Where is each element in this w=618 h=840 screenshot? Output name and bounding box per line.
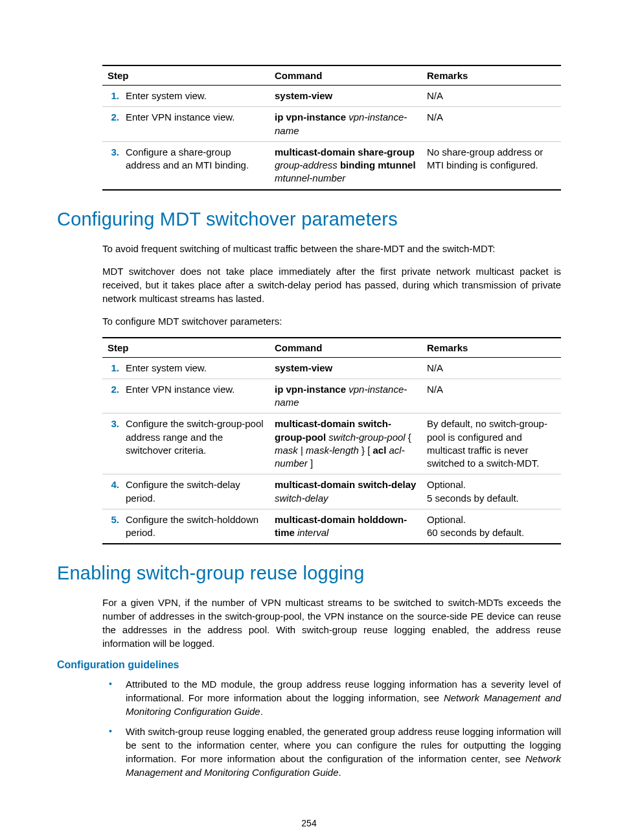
table-row: 1. Enter system view. system-view N/A: [102, 357, 561, 379]
th-step: Step: [102, 65, 269, 86]
step-number: 5.: [102, 509, 120, 544]
step-number: 2.: [102, 379, 120, 414]
remarks-cell: By default, no switch-group-pool is conf…: [422, 414, 561, 474]
paragraph: For a given VPN, if the number of VPN mu…: [102, 596, 561, 650]
table-row: 2. Enter VPN instance view. ip vpn-insta…: [102, 107, 561, 142]
table-mdt-switchover: Step Command Remarks 1. Enter system vie…: [102, 337, 561, 545]
step-number: 4.: [102, 474, 120, 509]
heading-switch-group-logging: Enabling switch-group reuse logging: [57, 563, 561, 584]
step-desc: Configure a share-group address and an M…: [120, 141, 269, 189]
command-cell: system-view: [269, 357, 422, 379]
step-number: 2.: [102, 107, 120, 142]
heading-mdt-switchover: Configuring MDT switchover parameters: [57, 209, 561, 230]
command-cell: ip vpn-instance vpn-instance-name: [269, 379, 422, 414]
remarks-cell: N/A: [422, 86, 561, 107]
command-cell: multicast-domain holddown-time interval: [269, 509, 422, 544]
table-row: 4. Configure the switch-delay period. mu…: [102, 474, 561, 509]
list-item: With switch-group reuse logging enabled,…: [102, 725, 561, 779]
remarks-cell: N/A: [422, 379, 561, 414]
command-cell: system-view: [269, 86, 422, 107]
step-number: 3.: [102, 141, 120, 189]
remarks-cell: N/A: [422, 357, 561, 379]
command-cell: ip vpn-instance vpn-instance-name: [269, 107, 422, 142]
list-item: Attributed to the MD module, the group a…: [102, 677, 561, 718]
table-share-group: Step Command Remarks 1. Enter system vie…: [102, 65, 561, 191]
th-remarks: Remarks: [422, 338, 561, 358]
th-command: Command: [269, 65, 422, 86]
step-desc: Enter VPN instance view.: [120, 379, 269, 414]
step-desc: Enter VPN instance view.: [120, 107, 269, 142]
table-row: 3. Configure a share-group address and a…: [102, 141, 561, 189]
command-cell: multicast-domain switch-delay switch-del…: [269, 474, 422, 509]
step-number: 1.: [102, 86, 120, 107]
command-cell: multicast-domain switch-group-pool switc…: [269, 414, 422, 474]
table-row: 2. Enter VPN instance view. ip vpn-insta…: [102, 379, 561, 414]
remarks-cell: N/A: [422, 107, 561, 142]
table-row: 3. Configure the switch-group-pool addre…: [102, 414, 561, 474]
command-cell: multicast-domain share-group group-addre…: [269, 141, 422, 189]
paragraph: MDT switchover does not take place immed…: [102, 264, 561, 305]
remarks-cell: No share-group address or MTI binding is…: [422, 141, 561, 189]
th-command: Command: [269, 338, 422, 358]
bullet-list: Attributed to the MD module, the group a…: [102, 677, 561, 779]
step-desc: Enter system view.: [120, 86, 269, 107]
step-desc: Enter system view.: [120, 357, 269, 379]
th-remarks: Remarks: [422, 65, 561, 86]
page-number: 254: [57, 818, 561, 828]
paragraph: To avoid frequent switching of multicast…: [102, 242, 561, 255]
step-desc: Configure the switch-holddown period.: [120, 509, 269, 544]
table-row: 5. Configure the switch-holddown period.…: [102, 509, 561, 544]
step-number: 3.: [102, 414, 120, 474]
paragraph: To configure MDT switchover parameters:: [102, 314, 561, 328]
remarks-cell: Optional.60 seconds by default.: [422, 509, 561, 544]
remarks-cell: Optional.5 seconds by default.: [422, 474, 561, 509]
th-step: Step: [102, 338, 269, 358]
step-desc: Configure the switch-delay period.: [120, 474, 269, 509]
subheading-config-guidelines: Configuration guidelines: [57, 659, 561, 671]
step-number: 1.: [102, 357, 120, 379]
table-row: 1. Enter system view. system-view N/A: [102, 86, 561, 107]
step-desc: Configure the switch-group-pool address …: [120, 414, 269, 474]
